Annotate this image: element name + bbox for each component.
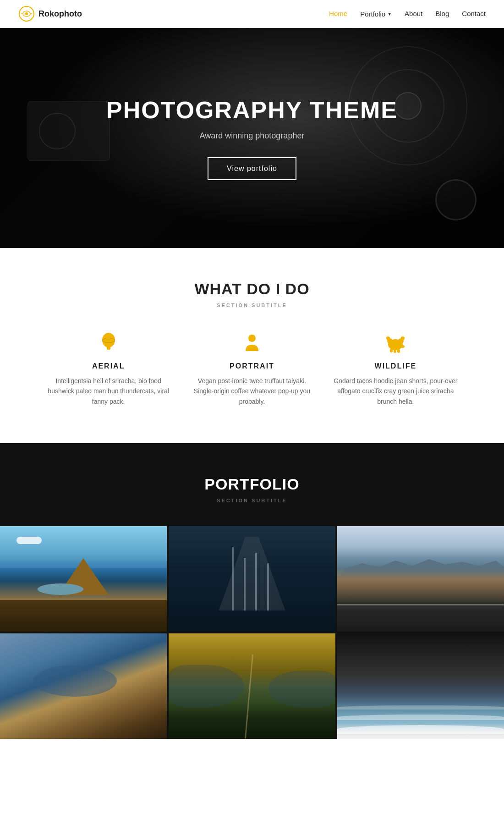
foam-wave-1	[337, 725, 504, 733]
what-subtitle: SECTION SUBTITLE	[27, 302, 477, 308]
portfolio-item-6[interactable]	[337, 633, 504, 739]
nav-link-contact[interactable]: Contact	[462, 10, 486, 17]
nav-link-blog[interactable]: Blog	[435, 10, 449, 17]
portfolio-grid	[0, 526, 504, 739]
service-aerial-desc: Intelligentsia hell of sriracha, bio foo…	[46, 376, 171, 407]
logo-text: Rokophoto	[38, 9, 82, 19]
navbar: Rokophoto Home Portfolio ▼ About Blog Co…	[0, 0, 504, 28]
nav-link-about[interactable]: About	[405, 10, 422, 17]
compass-shape	[435, 179, 477, 220]
services-grid: AERIAL Intelligentsia hell of sriracha, …	[46, 331, 458, 407]
nav-item-about[interactable]: About	[405, 10, 422, 18]
cloud-shape	[16, 537, 42, 544]
nav-item-blog[interactable]: Blog	[435, 10, 449, 18]
service-portrait-desc: Vegan post-ironic twee truffaut taiyaki.…	[189, 376, 314, 407]
what-title: WHAT DO I DO	[27, 280, 477, 298]
svg-rect-15	[390, 349, 393, 352]
nav-links: Home Portfolio ▼ About Blog Contact	[329, 10, 486, 18]
nav-item-home[interactable]: Home	[329, 10, 347, 18]
svg-rect-6	[107, 346, 110, 350]
beach-bg	[337, 526, 504, 632]
what-section: WHAT DO I DO SECTION SUBTITLE AERIAL Int…	[0, 248, 504, 443]
dock-line-2	[244, 558, 246, 610]
logo-icon	[18, 6, 35, 22]
portfolio-item-4[interactable]	[0, 633, 167, 739]
service-wildlife-desc: Godard tacos hoodie jean shorts, pour-ov…	[333, 376, 458, 407]
svg-point-14	[401, 336, 405, 340]
portfolio-item-2[interactable]	[169, 526, 335, 632]
hero-title: PHOTOGRAPHY THEME	[106, 96, 398, 124]
hero-subtitle: Award winning photographer	[106, 131, 398, 141]
svg-point-9	[248, 335, 256, 342]
view-portfolio-button[interactable]: View portfolio	[208, 157, 296, 180]
logo[interactable]: Rokophoto	[18, 6, 82, 22]
nav-item-contact[interactable]: Contact	[462, 10, 486, 18]
nav-link-home[interactable]: Home	[329, 10, 347, 17]
dock-line-4	[267, 563, 269, 611]
portfolio-subtitle: SECTION SUBTITLE	[0, 498, 504, 503]
service-portrait-title: PORTRAIT	[230, 362, 274, 370]
svg-point-13	[386, 336, 390, 340]
svg-point-18	[401, 345, 405, 348]
svg-rect-17	[397, 349, 400, 353]
svg-point-2	[25, 12, 28, 15]
camera-lens-left	[39, 113, 76, 149]
nav-dropdown-portfolio[interactable]: Portfolio ▼	[360, 10, 392, 18]
portrait-icon	[240, 331, 264, 355]
lake-shape	[33, 665, 117, 697]
chevron-down-icon: ▼	[387, 11, 392, 16]
portfolio-title: PORTFOLIO	[0, 475, 504, 493]
service-aerial-title: AERIAL	[92, 362, 125, 370]
camera-ring-inner	[394, 92, 422, 120]
wave-line	[337, 604, 504, 605]
foam-wave-3	[337, 705, 504, 710]
service-wildlife-title: WILDLIFE	[375, 362, 417, 370]
portfolio-item-5[interactable]	[169, 633, 335, 739]
nav-link-portfolio[interactable]: Portfolio	[360, 10, 385, 18]
ocean-waves-bg	[337, 633, 504, 739]
nav-item-portfolio[interactable]: Portfolio ▼	[360, 10, 392, 18]
water-right	[268, 671, 335, 708]
aerial-icon	[97, 331, 121, 355]
hero-content: PHOTOGRAPHY THEME Award winning photogra…	[106, 96, 398, 180]
hero-section: PHOTOGRAPHY THEME Award winning photogra…	[0, 28, 504, 248]
dock-line-3	[255, 553, 257, 611]
svg-rect-16	[394, 349, 396, 353]
wildlife-icon	[383, 331, 407, 355]
dock-line-1	[232, 547, 234, 610]
portfolio-section: PORTFOLIO SECTION SUBTITLE	[0, 443, 504, 739]
service-wildlife: WILDLIFE Godard tacos hoodie jean shorts…	[333, 331, 458, 407]
mountain-base-water	[38, 583, 83, 595]
svg-point-5	[102, 333, 115, 347]
foam-wave-2	[337, 715, 504, 720]
portfolio-item-1[interactable]	[0, 526, 167, 632]
service-portrait: PORTRAIT Vegan post-ironic twee truffaut…	[189, 331, 314, 407]
service-aerial: AERIAL Intelligentsia hell of sriracha, …	[46, 331, 171, 407]
portfolio-item-3[interactable]	[337, 526, 504, 632]
water-left	[169, 665, 244, 707]
